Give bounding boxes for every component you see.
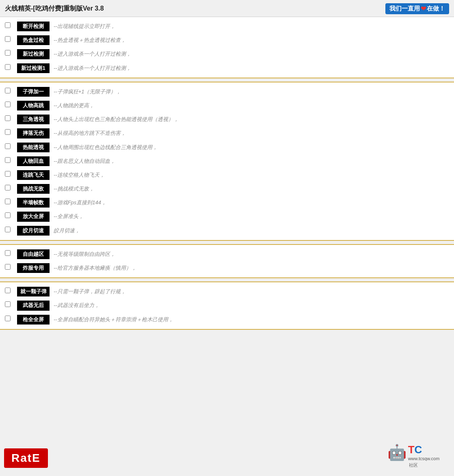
checkbox-fly[interactable] [5, 171, 11, 177]
feature-row-gunfull: 枪全全屏 --全屏自瞄配合符异她头＋符章崇滑＋枪木己使用， [5, 313, 449, 327]
feature-desc-fps: --游戏Fps直接到144， [54, 198, 449, 207]
feature-desc-invincible: --挑战模式无敌， [54, 184, 449, 193]
watermark-community: 社区 [409, 462, 418, 468]
checkbox-area-6[interactable] [5, 101, 17, 107]
feature-desc-bullet: --子弹疯狂+1（无限子弹）， [54, 87, 449, 96]
checkbox-falldmg[interactable] [5, 129, 11, 135]
feature-label-fullscreen: 放大全屏 [17, 212, 50, 221]
checkbox-invincible[interactable] [5, 185, 11, 190]
checkbox-area-16[interactable] [5, 249, 17, 256]
checkbox-highjump[interactable] [5, 102, 11, 107]
app-header: 火线精英-[吃鸡付费]重制版Ver 3.8 我们一直用 ❤ 在做！ [0, 0, 454, 17]
checkbox-area-8[interactable] [5, 128, 17, 135]
feature-label-moon: 皎月切速 [17, 226, 50, 236]
feature-label-servercrash: 炸服专用 [17, 263, 50, 273]
feature-row-highjump: 人物高跳 --人物跳的更高， [5, 99, 449, 113]
feature-row-invincible: 挑战无敌 --挑战模式无敌， [5, 182, 449, 196]
checkbox-area-1[interactable] [5, 22, 17, 28]
checkbox-regen[interactable] [5, 157, 11, 163]
checkbox-area-5[interactable] [5, 87, 17, 93]
checkbox-newcheck[interactable] [5, 50, 11, 56]
feature-desc-thermal: --人物周围出现红色边线配合三角透视使用， [54, 143, 449, 152]
watermark: 🤖 TC www.tcsqw.com 社区 [373, 435, 454, 476]
feature-label-freezone: 自由越区 [17, 249, 50, 259]
feature-row-norecoil: 武器无后 --武器没有后坐力， [5, 299, 449, 312]
checkbox-area-13[interactable] [5, 198, 17, 204]
section-3: 自由越区 --无视等级限制自由跨区， 炸服专用 --给官方服务器本地瘫痪（慎用）… [0, 245, 454, 278]
feature-desc-norecoil: --武器没有后坐力， [54, 301, 449, 310]
feature-row-falldmg: 摔落无伤 --从很高的地方跳下不造伤害， [5, 126, 449, 140]
feature-row-freezone: 自由越区 --无视等级限制自由跨区， [5, 247, 449, 261]
badge-post: 在做！ [427, 5, 445, 13]
feature-label-fps: 半墙帧数 [17, 198, 50, 208]
feature-label-newcheck: 新过检测 [17, 49, 50, 59]
checkbox-area-2[interactable] [5, 35, 17, 42]
feature-row-fly: 连跳飞天 --连续空格人物飞天， [5, 168, 449, 182]
checkbox-thermal[interactable] [5, 143, 11, 149]
feature-label-invincible: 挑战无敌 [17, 184, 50, 194]
checkbox-area-3[interactable] [5, 49, 17, 56]
checkbox-norecoil[interactable] [5, 301, 11, 307]
checkbox-area-9[interactable] [5, 143, 17, 149]
checkbox-area-10[interactable] [5, 156, 17, 163]
checkbox-freezone[interactable] [5, 250, 11, 256]
feature-desc-servercrash: --给官方服务器本地瘫痪（慎用）， [54, 263, 449, 273]
checkbox-area-4[interactable] [5, 63, 17, 70]
checkbox-moon[interactable] [5, 227, 11, 232]
feature-label-bullet: 子弹加一 [17, 87, 50, 97]
checkbox-newcheck1[interactable] [5, 64, 11, 70]
section-2: 子弹加一 --子弹疯狂+1（无限子弹）， 人物高跳 --人物跳的更高， 三角透视… [0, 82, 454, 241]
checkbox-area-15[interactable] [5, 226, 17, 232]
feature-label-thermal: 热能透视 [17, 143, 50, 152]
feature-desc-freezone: --无视等级限制自由跨区， [54, 249, 449, 259]
feature-desc-fly: --连续空格人物飞天， [54, 170, 449, 180]
feature-desc-hotbox: --热盒透视＋热盒透视过检查， [54, 35, 449, 45]
feature-row-fullscreen: 放大全屏 --全屏准头， [5, 210, 449, 223]
feature-desc-newcheck: --进入游戏杀一个人打开过检测， [54, 49, 449, 58]
feature-row-onebullet: 就一颗子弹 --只需一颗子弹，辟起了行规， [5, 285, 449, 299]
watermark-robot: 🤖 [387, 444, 406, 461]
checkbox-area-18[interactable] [5, 287, 17, 293]
checkbox-gunfull[interactable] [5, 316, 11, 321]
rate-badge: RatE [4, 448, 48, 468]
checkbox-area-17[interactable] [5, 263, 17, 270]
feature-row-newcheck: 新过检测 --进入游戏杀一个人打开过检测， [5, 47, 449, 61]
checkbox-servercrash[interactable] [5, 264, 11, 270]
feature-desc-fullscreen: --全屏准头， [54, 212, 449, 221]
feature-label-hotbox: 热盒过检 [17, 35, 50, 45]
feature-label-gunfull: 枪全全屏 [17, 315, 50, 325]
feature-label-falldmg: 摔落无伤 [17, 128, 50, 138]
checkbox-fps[interactable] [5, 199, 11, 204]
feature-row-disconnect: 断开检测 --出现辅线提示立即打开， [5, 19, 449, 33]
watermark-url: www.tcsqw.com [408, 456, 440, 461]
feature-label-onebullet: 就一颗子弹 [17, 287, 50, 296]
checkbox-triangle[interactable] [5, 115, 11, 121]
checkbox-area-14[interactable] [5, 212, 17, 218]
checkbox-area-11[interactable] [5, 170, 17, 177]
feature-desc-disconnect: --出现辅线提示立即打开， [54, 22, 449, 31]
checkbox-onebullet[interactable] [5, 288, 11, 293]
feature-row-fps: 半墙帧数 --游戏Fps直接到144， [5, 196, 449, 210]
checkbox-area-20[interactable] [5, 315, 17, 321]
feature-row-thermal: 热能透视 --人物周围出现红色边线配合三角透视使用， [5, 141, 449, 154]
gap-1 [0, 78, 454, 82]
badge-pre: 我们一直用 [389, 5, 420, 13]
heart-icon: ❤ [421, 5, 426, 13]
watermark-logo: TC [408, 444, 440, 456]
checkbox-fullscreen[interactable] [5, 212, 11, 218]
checkbox-area-7[interactable] [5, 115, 17, 121]
gap-2 [0, 241, 454, 245]
feature-desc-falldmg: --从很高的地方跳下不造伤害， [54, 128, 449, 138]
section-1: 断开检测 --出现辅线提示立即打开， 热盒过检 --热盒透视＋热盒透视过检查， … [0, 17, 454, 78]
checkbox-bullet[interactable] [5, 88, 11, 93]
checkbox-hotbox[interactable] [5, 36, 11, 42]
feature-label-fly: 连跳飞天 [17, 170, 50, 180]
checkbox-area-12[interactable] [5, 184, 17, 190]
checkbox-area-19[interactable] [5, 301, 17, 307]
feature-desc-moon: 皎月切速， [54, 226, 449, 235]
app-title: 火线精英-[吃鸡付费]重制版Ver 3.8 [5, 4, 104, 13]
feature-desc-triangle: --人物头上出现红色三角配合热能透视使用（透视）， [54, 115, 449, 124]
section-4: 就一颗子弹 --只需一颗子弹，辟起了行规， 武器无后 --武器没有后坐力， 枪全… [0, 282, 454, 330]
header-badge: 我们一直用 ❤ 在做！ [385, 3, 449, 14]
checkbox-disconnect[interactable] [5, 22, 11, 28]
